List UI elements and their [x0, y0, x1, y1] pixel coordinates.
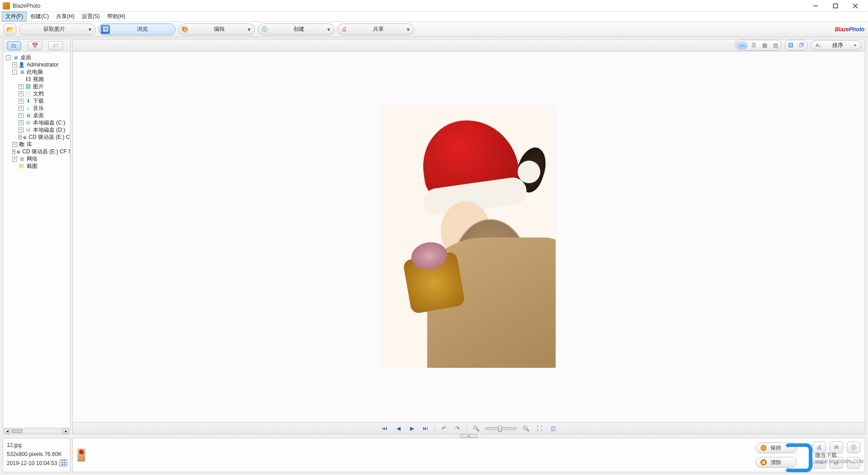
menu-file[interactable]: 文件(F)	[2, 12, 27, 21]
tree-item[interactable]: +⛁本地磁盘 (D:)	[4, 126, 69, 133]
sidebar-tab-tags[interactable]: 🏷	[48, 41, 63, 50]
scroll-left-button[interactable]: ◂	[4, 428, 10, 434]
rotate-left-button[interactable]: ↶	[439, 424, 448, 432]
tree-node-icon: ⛁	[24, 119, 32, 126]
tree-item[interactable]: +⊞网络	[4, 155, 69, 162]
tree-node-icon: 🖼	[24, 83, 32, 90]
zoom-out-button[interactable]: 🔍	[472, 424, 481, 432]
view-grid-large-button[interactable]: ▤	[770, 41, 780, 49]
clear-button[interactable]: ✖ 清除	[755, 457, 797, 468]
tree-item[interactable]: +⬇下载	[4, 97, 69, 104]
toolbar-acquire[interactable]: 获取图片 ▾	[19, 24, 96, 35]
tree-item[interactable]: +🖥桌面	[4, 112, 69, 119]
zoom-slider-knob[interactable]	[498, 426, 502, 432]
toolbar-share-label: 共享	[351, 25, 406, 33]
collapse-icon[interactable]: -	[6, 55, 11, 60]
sidebar-hscroll[interactable]: ◂ ▸	[3, 428, 70, 434]
collapse-icon[interactable]: -	[12, 70, 17, 75]
scroll-thumb[interactable]	[12, 429, 23, 433]
keep-button[interactable]: 🔒 保持	[755, 442, 797, 453]
tree-item[interactable]: +🖼图片	[4, 83, 69, 90]
view-extra2-button[interactable]: 🗇	[797, 41, 807, 49]
view-extra1-button[interactable]: 🖼	[786, 41, 796, 49]
zoom-in-button[interactable]: 🔍	[521, 424, 530, 432]
expand-icon[interactable]: +	[19, 113, 24, 118]
tray-convert-button[interactable]: ⇄	[830, 457, 843, 469]
menubar: 文件(F) 创建(C) 共享(H) 设置(S) 帮助(H)	[0, 12, 868, 22]
splitter-grip[interactable]: ▾	[460, 434, 478, 438]
tree-item[interactable]: +📚库	[4, 141, 69, 148]
tree-node-icon: 📁	[18, 163, 25, 169]
prev-button[interactable]: ◀	[394, 424, 403, 432]
tree-item[interactable]: -🖥此电脑	[4, 68, 69, 76]
tray-more-button[interactable]: ⋯	[847, 457, 860, 469]
maximize-button[interactable]	[826, 0, 845, 12]
tray-thumbnail[interactable]	[77, 448, 85, 462]
expand-icon[interactable]: +	[19, 120, 24, 125]
sidebar: 🗀 📅 🏷 -🖥桌面+👤Administrator-🖥此电脑🎞视频+🖼图片+📄文…	[3, 39, 71, 434]
toolbar-browse[interactable]: 🖼 浏览	[99, 24, 175, 35]
image-viewer[interactable]	[72, 52, 865, 423]
expand-icon[interactable]: +	[12, 142, 17, 147]
minimize-button[interactable]	[806, 0, 826, 12]
expand-icon[interactable]: +	[12, 62, 17, 67]
tree-node-label: 库	[27, 141, 32, 148]
expand-icon[interactable]: +	[19, 135, 22, 140]
clear-icon: ✖	[760, 459, 767, 466]
fit-button[interactable]: ⛶	[535, 424, 544, 432]
expand-icon[interactable]: +	[19, 99, 24, 104]
view-single-button[interactable]: ▭	[736, 41, 748, 49]
toolbar-home-button[interactable]: 📂	[4, 24, 16, 35]
toolbar-create[interactable]: 💿 创建 ▾	[258, 24, 335, 35]
chevron-down-icon: ▾	[406, 26, 411, 33]
tree-item[interactable]: +◉CD 驱动器 (E:) C	[4, 133, 69, 141]
tray-print-button[interactable]: 🖨	[812, 442, 826, 453]
sort-button[interactable]: A↓ 排序 ▾	[811, 40, 861, 50]
close-button[interactable]	[845, 0, 865, 12]
last-button[interactable]: ⏭	[421, 424, 430, 432]
expand-icon[interactable]: +	[19, 106, 24, 111]
scroll-track[interactable]	[11, 429, 62, 433]
tree-item[interactable]: +♪音乐	[4, 104, 69, 112]
view-list-button[interactable]: ☰	[749, 41, 759, 49]
folder-tree[interactable]: -🖥桌面+👤Administrator-🖥此电脑🎞视频+🖼图片+📄文档+⬇下载+…	[3, 52, 70, 428]
tree-node-label: 网络	[27, 155, 38, 163]
expand-icon[interactable]: +	[19, 84, 24, 89]
tree-item[interactable]: +👤Administrator	[4, 61, 69, 68]
tree-item[interactable]: 🎞视频	[4, 76, 69, 83]
tree-item[interactable]: +◉CD 驱动器 (E:) CF S	[4, 148, 69, 155]
folder-tree-icon: 🗀	[11, 43, 17, 49]
actual-size-button[interactable]: ◫	[548, 424, 557, 432]
menu-share[interactable]: 共享(H)	[52, 12, 78, 21]
sidebar-tab-calendar[interactable]: 📅	[28, 41, 42, 50]
menu-help[interactable]: 帮助(H)	[104, 12, 129, 21]
tray-email-button[interactable]: ✉	[830, 442, 843, 453]
expand-icon[interactable]: +	[12, 157, 17, 162]
first-button[interactable]: ⏮	[380, 424, 389, 432]
tree-item[interactable]: +📄文档	[4, 90, 69, 97]
zoom-slider[interactable]	[485, 427, 517, 430]
file-info-box: 12.jpg 532x800 pixels 76.60K 2019-12-10 …	[3, 438, 71, 472]
tree-item[interactable]: -🖥桌面	[4, 54, 69, 61]
scroll-right-button[interactable]: ▸	[63, 428, 69, 434]
next-button[interactable]: ▶	[407, 424, 416, 432]
titlebar: BlazePhoto	[0, 0, 868, 12]
lock-icon: 🔒	[760, 445, 767, 451]
tree-item[interactable]: +⛁本地磁盘 (C:)	[4, 119, 69, 126]
toolbar-edit[interactable]: 🎨 编辑 ▾	[178, 24, 255, 35]
create-icon: 💿	[260, 25, 269, 34]
expand-icon[interactable]: +	[12, 149, 15, 154]
menu-settings[interactable]: 设置(S)	[78, 12, 104, 21]
expand-icon[interactable]: +	[19, 128, 24, 133]
view-grid-small-button[interactable]: ▦	[760, 41, 769, 49]
tray-html-button[interactable]: HTML	[812, 457, 826, 469]
menu-create[interactable]: 创建(C)	[27, 12, 52, 21]
sidebar-tab-folders[interactable]: 🗀	[7, 41, 21, 50]
rotate-right-button[interactable]: ↷	[453, 424, 462, 432]
expand-icon[interactable]: +	[19, 91, 24, 96]
tree-item[interactable]: 📁截图	[4, 162, 69, 170]
info-details-button[interactable]: ☷	[59, 459, 67, 466]
toolbar-share[interactable]: 🖨 共享 ▾	[337, 24, 414, 35]
tree-node-label: 截图	[27, 162, 38, 170]
tray-disc-button[interactable]: 💿	[847, 442, 860, 453]
